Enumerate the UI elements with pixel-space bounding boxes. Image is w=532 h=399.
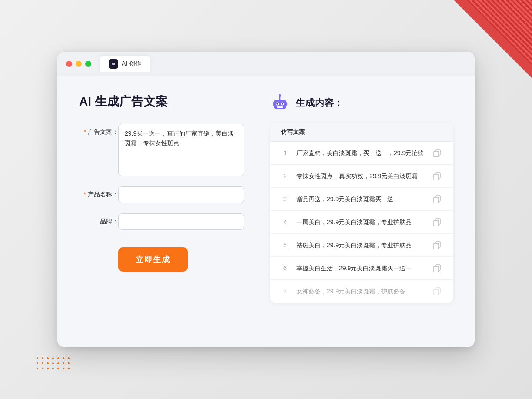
close-button[interactable] xyxy=(66,61,72,67)
row-text: 女神必备，29.9元美白淡斑霜，护肤必备 xyxy=(296,287,425,296)
results-container: 1 厂家直销，美白淡斑霜，买一送一，29.9元抢购 2 专抹女性斑点，真实功效，… xyxy=(270,142,453,303)
product-name-input[interactable]: 美白淡斑霜 xyxy=(118,186,244,203)
copy-icon[interactable] xyxy=(432,240,442,250)
copy-icon[interactable] xyxy=(432,286,442,296)
tab-ai-icon xyxy=(109,59,118,69)
row-number: 1 xyxy=(281,150,289,156)
table-header: 仿写文案 xyxy=(270,123,453,142)
copy-icon[interactable] xyxy=(432,148,442,158)
ad-copy-group: *广告文案： 29.9买一送一，真正的厂家直销，美白淡斑霜，专抹女性斑点 xyxy=(79,124,244,176)
tab-label: AI 创作 xyxy=(122,60,141,68)
table-row: 1 厂家直销，美白淡斑霜，买一送一，29.9元抢购 xyxy=(270,142,453,165)
copy-icon[interactable] xyxy=(432,194,442,204)
browser-window: AI 创作 AI 生成广告文案 *广告文案： 29.9买一送一，真正的厂家直销，… xyxy=(57,52,475,347)
maximize-button[interactable] xyxy=(85,61,91,67)
svg-rect-23 xyxy=(434,289,439,295)
table-row: 6 掌握美白生活，29.9元美白淡斑霜买一送一 xyxy=(270,257,453,280)
table-row: 4 一周美白，29.9元美白淡斑霜，专业护肤品 xyxy=(270,211,453,234)
row-text: 祛斑美白，29.9元美白淡斑霜，专业护肤品 xyxy=(296,241,425,250)
svg-rect-15 xyxy=(434,197,439,203)
generate-button[interactable]: 立即生成 xyxy=(118,247,188,272)
row-text: 厂家直销，美白淡斑霜，买一送一，29.9元抢购 xyxy=(296,149,425,158)
row-text: 一周美白，29.9元美白淡斑霜，专业护肤品 xyxy=(296,218,425,227)
result-title: 生成内容： xyxy=(296,96,343,110)
row-text: 赠品再送，29.9元美白淡斑霜买一送一 xyxy=(296,195,425,204)
svg-point-6 xyxy=(282,103,283,105)
bg-decoration-dots xyxy=(35,356,70,373)
minimize-button[interactable] xyxy=(76,61,82,67)
page-title: AI 生成广告文案 xyxy=(79,93,244,110)
svg-rect-9 xyxy=(286,102,287,106)
row-text: 专抹女性斑点，真实功效，29.9元美白淡斑霜 xyxy=(296,172,425,181)
left-panel: AI 生成广告文案 *广告文案： 29.9买一送一，真正的厂家直销，美白淡斑霜，… xyxy=(79,93,244,328)
row-number: 5 xyxy=(281,242,289,249)
row-number: 6 xyxy=(281,265,289,272)
table-row: 2 专抹女性斑点，真实功效，29.9元美白淡斑霜 xyxy=(270,165,453,188)
title-bar: AI 创作 xyxy=(57,52,475,76)
row-number: 4 xyxy=(281,219,289,226)
row-text: 掌握美白生活，29.9元美白淡斑霜买一送一 xyxy=(296,264,425,273)
row-number: 3 xyxy=(281,196,289,203)
window-controls xyxy=(66,61,91,67)
copy-icon[interactable] xyxy=(432,263,442,273)
required-star-ad: * xyxy=(84,128,86,135)
svg-rect-17 xyxy=(434,220,439,226)
content-area: AI 生成广告文案 *广告文案： 29.9买一送一，真正的厂家直销，美白淡斑霜，… xyxy=(57,76,475,346)
right-panel: 生成内容： 仿写文案 1 厂家直销，美白淡斑霜，买一送一，29.9元抢购 2 专… xyxy=(270,93,453,328)
row-number: 7 xyxy=(281,288,289,295)
svg-point-5 xyxy=(276,103,278,105)
product-name-label: *产品名称： xyxy=(79,186,118,199)
required-star-product: * xyxy=(84,191,86,198)
ad-copy-input[interactable]: 29.9买一送一，真正的厂家直销，美白淡斑霜，专抹女性斑点 xyxy=(118,124,244,176)
table-row: 3 赠品再送，29.9元美白淡斑霜买一送一 xyxy=(270,188,453,211)
results-table: 仿写文案 1 厂家直销，美白淡斑霜，买一送一，29.9元抢购 2 专抹女性斑点，… xyxy=(270,123,453,303)
brand-input[interactable]: 好白 xyxy=(118,213,244,230)
brand-label: 品牌： xyxy=(79,213,118,226)
copy-icon[interactable] xyxy=(432,171,442,181)
tab-ai-creation[interactable]: AI 创作 xyxy=(100,56,150,72)
robot-icon xyxy=(270,93,289,113)
product-name-group: *产品名称： 美白淡斑霜 xyxy=(79,186,244,203)
svg-rect-8 xyxy=(273,102,274,106)
row-number: 2 xyxy=(281,173,289,180)
result-header: 生成内容： xyxy=(270,93,453,113)
table-row: 5 祛斑美白，29.9元美白淡斑霜，专业护肤品 xyxy=(270,234,453,257)
svg-rect-21 xyxy=(434,266,439,272)
svg-rect-13 xyxy=(434,174,439,180)
svg-point-2 xyxy=(279,94,281,97)
svg-rect-19 xyxy=(434,243,439,249)
svg-rect-11 xyxy=(434,151,439,157)
ad-copy-label: *广告文案： xyxy=(79,124,118,136)
copy-icon[interactable] xyxy=(432,217,442,227)
svg-rect-7 xyxy=(277,106,283,108)
table-row: 7 女神必备，29.9元美白淡斑霜，护肤必备 xyxy=(270,280,453,303)
brand-group: 品牌： 好白 xyxy=(79,213,244,230)
